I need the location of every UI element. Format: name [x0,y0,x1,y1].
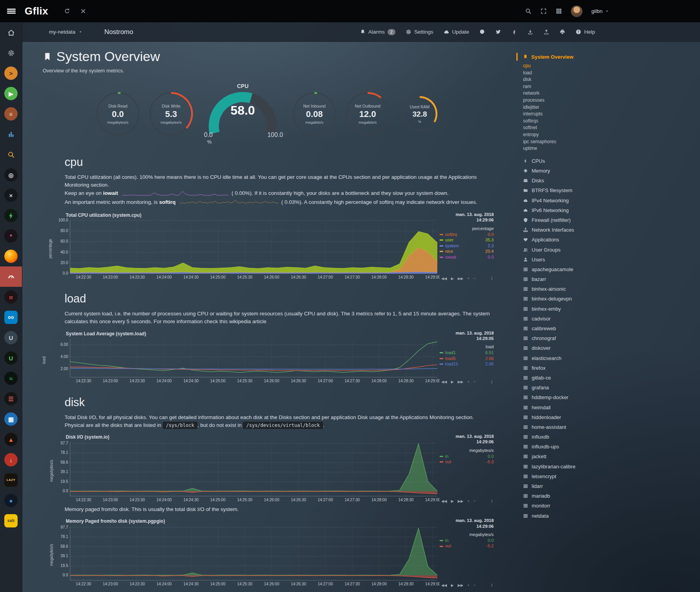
legend-iowait[interactable]: iowait0.0 [440,255,494,260]
legend-nice[interactable]: nice20.4 [440,249,494,254]
sidebar-app-sabnzbd[interactable]: sab [0,511,22,531]
chart-control-4[interactable]: − [473,583,476,587]
menu-sub-entropy[interactable]: entropy [523,131,623,139]
legend-out[interactable]: out-5.2 [440,543,494,549]
fullscreen-icon[interactable] [540,8,547,14]
sidebar-app-plex[interactable]: > [0,63,22,83]
sidebar-app-emby[interactable]: ▶ [0,83,22,104]
menu-container-netdata[interactable]: netdata [516,511,623,520]
menu-container-lidarr[interactable]: lidarr [516,481,623,491]
menu-container-letsencrypt[interactable]: letsencrypt [516,471,623,481]
chart-system-io[interactable]: Disk I/O (system.io)megabytes/s14:22:301… [44,433,514,504]
nav-facebook[interactable] [511,29,517,35]
menu-container-diskover[interactable]: diskover [516,343,623,353]
nav-update[interactable]: Update [444,29,469,35]
menu-container-elasticsearch[interactable]: elasticsearch [516,353,623,363]
menu-sub-idlejitter[interactable]: idlejitter [523,104,623,111]
refresh-tab-icon[interactable] [64,8,70,14]
menu-sub-ipc-semaphores[interactable]: ipc semaphores [523,139,623,146]
legend-softirq[interactable]: softirq0.0 [440,232,494,238]
menu-sub-cpu[interactable]: cpu [523,63,623,70]
sidebar-home[interactable] [0,22,22,43]
sidebar-app-9[interactable]: × [0,185,22,205]
chart-control-0[interactable]: ◀◀ [441,380,447,384]
sidebar-app-14[interactable]: ⠶ [0,287,22,307]
chart-control-3[interactable]: + [467,380,470,384]
chart-control-3[interactable]: + [467,276,470,281]
menu-container-heimdall[interactable]: heimdall [516,402,623,412]
menu-group-disks[interactable]: Disks [516,176,623,185]
close-tab-icon[interactable] [80,8,87,14]
menu-container-gitlab-ce[interactable]: gitlab-ce [516,373,623,383]
chart-control-4[interactable]: − [473,276,476,281]
legend-load1[interactable]: load16.51 [440,350,494,356]
chart-system-load[interactable]: System Load Average (system.load)load14:… [44,330,514,385]
chart-resize-handle[interactable]: ↕ [491,498,493,504]
gauge-net-outbound[interactable]: Net Outbound12.0megabits/s [345,91,390,137]
legend-system[interactable]: system2.3 [440,243,494,249]
menu-group-cpus[interactable]: CPUs [516,156,623,166]
menu-container-bazarr[interactable]: bazarr [516,274,623,284]
chart-control-2[interactable]: ▶▶ [458,499,464,503]
menu-group-ipv6-networking[interactable]: IPv6 Networking [516,205,623,215]
sidebar-app-10[interactable] [0,205,22,226]
legend-load15[interactable]: load152.06 [440,362,494,367]
chart-resize-handle[interactable]: ↕ [491,582,493,588]
chart-control-1[interactable]: ▶ [451,276,454,281]
menu-container-jackett[interactable]: jackett [516,452,623,461]
menu-sub-softirqs[interactable]: softirqs [523,118,623,125]
gauge-net-inbound[interactable]: Net Inbound0.08megabits/s [292,91,337,137]
menu-toggle-button[interactable] [0,7,22,14]
gauge-disk-write[interactable]: Disk Write5.3megabytes/s [148,91,194,137]
legend-user[interactable]: user35.3 [440,238,494,243]
menu-container-lazylibrarian-calibre[interactable]: lazylibrarian-calibre [516,462,623,471]
menu-container-binhex-airsonic[interactable]: binhex-airsonic [516,284,623,294]
chart-control-2[interactable]: ▶▶ [458,380,464,384]
sidebar-app-deluge[interactable]: ● [0,490,22,511]
menu-container-monitorr[interactable]: monitorr [516,501,623,511]
sidebar-app-netdata[interactable] [0,266,22,287]
sidebar-app-gitlab[interactable]: ▲ [0,429,22,450]
menu-container-binhex-emby[interactable]: binhex-emby [516,304,623,314]
search-icon[interactable] [525,8,532,14]
apps-grid-icon[interactable] [556,8,562,14]
chart-control-4[interactable]: − [473,380,476,384]
sidebar-app-books[interactable]: ≡ [0,104,22,124]
menu-system-overview[interactable]: System Overview [516,53,623,61]
chart-control-1[interactable]: ▶ [451,380,454,384]
gauge-used-ram[interactable]: Used RAM32.8% [401,95,438,133]
menu-container-hddtemp-docker[interactable]: hddtemp-docker [516,392,623,402]
menu-container-mariadb[interactable]: mariadb [516,491,623,501]
nav-print[interactable] [559,29,565,35]
menu-group-firewall-netfilter-[interactable]: Firewall (netfilter) [516,215,623,225]
chart-control-1[interactable]: ▶ [451,499,454,503]
menu-container-grafana[interactable]: grafana [516,383,623,392]
menu-container-hiddenloader[interactable]: hiddenloader [516,412,623,422]
chart-resize-handle[interactable]: ↕ [491,379,493,385]
chart-control-3[interactable]: + [467,583,470,587]
chart-control-4[interactable]: − [473,499,476,503]
nav-alarms[interactable]: Alarms2 [360,29,395,35]
sidebar-app-downloader[interactable]: ↓ [0,450,22,470]
user-avatar[interactable] [571,5,583,17]
menu-container-binhex-delugevpn[interactable]: binhex-delugevpn [516,294,623,304]
chart-control-0[interactable]: ◀◀ [441,276,447,281]
menu-sub-load[interactable]: load [523,70,623,77]
sidebar-app-airsonic[interactable] [0,124,22,144]
chart-system-pgpgio[interactable]: Memory Paged from/to disk (system.pgpgio… [44,517,514,588]
sidebar-app-19[interactable]: ☰ [0,389,22,409]
legend-load5[interactable]: load52.68 [440,356,494,362]
menu-sub-network[interactable]: network [523,90,623,97]
sidebar-app-nextcloud[interactable]: oo [0,307,22,327]
sidebar-app-8[interactable]: ◎ [0,165,22,185]
sidebar-app-unifi[interactable]: U [0,327,22,348]
chart-control-2[interactable]: ▶▶ [458,276,464,281]
menu-sub-disk[interactable]: disk [523,76,623,83]
gauge-cpu[interactable]: CPU58.00.0100.0% [198,83,288,145]
menu-container-influxdb-ups[interactable]: influxdb-ups [516,442,623,452]
server-selector[interactable]: my-netdata [49,29,83,35]
nav-help[interactable]: Help [576,29,595,35]
sidebar-app-jackett[interactable] [0,144,22,165]
nav-upload[interactable] [543,29,549,35]
chart-control-0[interactable]: ◀◀ [441,583,447,587]
